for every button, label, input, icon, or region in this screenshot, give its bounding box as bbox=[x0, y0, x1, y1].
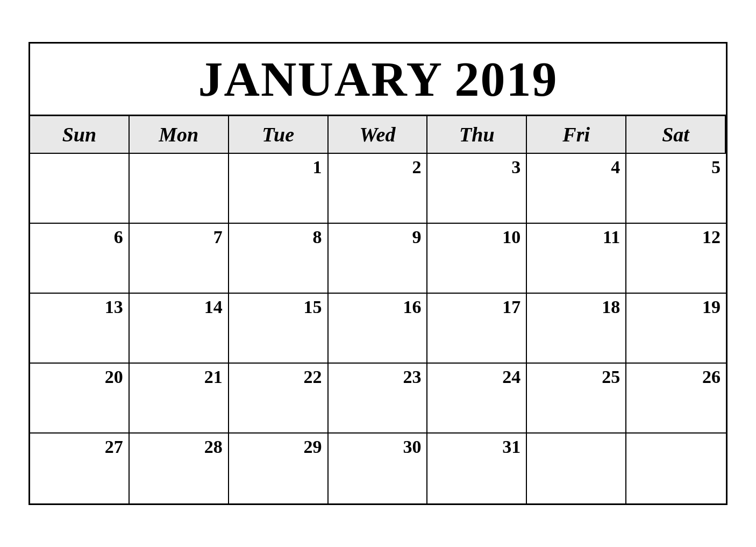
day-cell: 30 bbox=[329, 434, 428, 503]
day-cell: 4 bbox=[527, 154, 626, 224]
day-header-thu: Thu bbox=[427, 116, 527, 154]
day-number: 9 bbox=[334, 227, 422, 247]
day-cell: 5 bbox=[626, 154, 726, 224]
day-cell: 26 bbox=[626, 364, 726, 434]
day-number: 5 bbox=[632, 157, 721, 177]
day-cell: 15 bbox=[229, 294, 329, 364]
day-number: 1 bbox=[234, 157, 322, 177]
day-cell: 7 bbox=[130, 224, 229, 294]
day-number: 20 bbox=[35, 367, 123, 387]
day-cell: 12 bbox=[626, 224, 726, 294]
day-cell: 1 bbox=[229, 154, 329, 224]
day-cell: 14 bbox=[130, 294, 229, 364]
day-number: 29 bbox=[234, 437, 322, 457]
day-number: 23 bbox=[334, 367, 422, 387]
day-cell bbox=[527, 434, 626, 503]
calendar-title: JANUARY 2019 bbox=[30, 44, 726, 117]
day-cell: 24 bbox=[427, 364, 527, 434]
day-cell: 13 bbox=[30, 294, 130, 364]
day-cell: 27 bbox=[30, 434, 130, 503]
day-cell: 9 bbox=[329, 224, 428, 294]
day-cell bbox=[30, 154, 130, 224]
day-header-sat: Sat bbox=[626, 116, 726, 154]
day-number: 22 bbox=[234, 367, 322, 387]
day-number: 18 bbox=[532, 297, 620, 317]
day-number: 13 bbox=[35, 297, 123, 317]
day-number: 24 bbox=[433, 367, 520, 387]
day-number: 16 bbox=[334, 297, 422, 317]
day-cell: 11 bbox=[527, 224, 626, 294]
day-cell: 8 bbox=[229, 224, 329, 294]
day-cell bbox=[626, 434, 726, 503]
day-number: 7 bbox=[135, 227, 223, 247]
day-header-fri: Fri bbox=[527, 116, 626, 154]
day-number: 17 bbox=[433, 297, 520, 317]
calendar-grid: SunMonTueWedThuFriSat1234567891011121314… bbox=[30, 116, 726, 503]
day-cell: 23 bbox=[329, 364, 428, 434]
day-number: 3 bbox=[433, 157, 520, 177]
day-cell: 28 bbox=[130, 434, 229, 503]
day-cell: 19 bbox=[626, 294, 726, 364]
day-header-sun: Sun bbox=[30, 116, 130, 154]
day-number: 10 bbox=[433, 227, 520, 247]
day-header-tue: Tue bbox=[229, 116, 329, 154]
day-cell: 21 bbox=[130, 364, 229, 434]
day-number: 14 bbox=[135, 297, 223, 317]
day-cell: 16 bbox=[329, 294, 428, 364]
day-number: 15 bbox=[234, 297, 322, 317]
day-number: 30 bbox=[334, 437, 422, 457]
day-header-mon: Mon bbox=[130, 116, 229, 154]
day-cell: 25 bbox=[527, 364, 626, 434]
day-number: 8 bbox=[234, 227, 322, 247]
day-cell: 31 bbox=[427, 434, 527, 503]
day-number: 25 bbox=[532, 367, 620, 387]
day-cell: 17 bbox=[427, 294, 527, 364]
day-number: 11 bbox=[532, 227, 620, 247]
day-number: 21 bbox=[135, 367, 223, 387]
day-number: 31 bbox=[433, 437, 520, 457]
calendar: JANUARY 2019 SunMonTueWedThuFriSat123456… bbox=[28, 42, 728, 506]
day-cell: 18 bbox=[527, 294, 626, 364]
day-cell: 3 bbox=[427, 154, 527, 224]
day-cell: 22 bbox=[229, 364, 329, 434]
day-cell: 6 bbox=[30, 224, 130, 294]
day-number: 2 bbox=[334, 157, 422, 177]
day-cell: 2 bbox=[329, 154, 428, 224]
day-cell: 29 bbox=[229, 434, 329, 503]
day-cell: 10 bbox=[427, 224, 527, 294]
day-number: 6 bbox=[35, 227, 123, 247]
day-number: 4 bbox=[532, 157, 620, 177]
day-number: 19 bbox=[632, 297, 721, 317]
day-cell: 20 bbox=[30, 364, 130, 434]
day-number: 26 bbox=[632, 367, 721, 387]
day-header-wed: Wed bbox=[329, 116, 428, 154]
day-number: 12 bbox=[632, 227, 721, 247]
day-cell bbox=[130, 154, 229, 224]
day-number: 27 bbox=[35, 437, 123, 457]
day-number: 28 bbox=[135, 437, 223, 457]
